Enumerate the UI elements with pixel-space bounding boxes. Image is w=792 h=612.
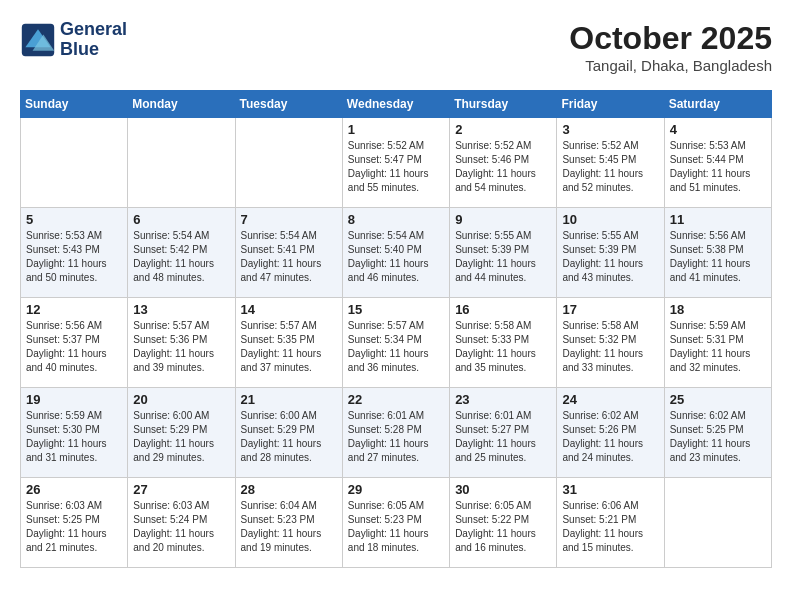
calendar-cell: 12Sunrise: 5:56 AM Sunset: 5:37 PM Dayli… <box>21 298 128 388</box>
day-info: Sunrise: 6:05 AM Sunset: 5:22 PM Dayligh… <box>455 499 551 555</box>
day-number: 28 <box>241 482 337 497</box>
calendar-cell: 21Sunrise: 6:00 AM Sunset: 5:29 PM Dayli… <box>235 388 342 478</box>
day-number: 11 <box>670 212 766 227</box>
day-number: 2 <box>455 122 551 137</box>
weekday-header-monday: Monday <box>128 91 235 118</box>
day-number: 27 <box>133 482 229 497</box>
day-info: Sunrise: 5:53 AM Sunset: 5:43 PM Dayligh… <box>26 229 122 285</box>
day-info: Sunrise: 5:55 AM Sunset: 5:39 PM Dayligh… <box>455 229 551 285</box>
day-number: 21 <box>241 392 337 407</box>
day-number: 31 <box>562 482 658 497</box>
calendar-cell: 30Sunrise: 6:05 AM Sunset: 5:22 PM Dayli… <box>450 478 557 568</box>
calendar: SundayMondayTuesdayWednesdayThursdayFrid… <box>20 90 772 568</box>
day-number: 25 <box>670 392 766 407</box>
week-row-3: 12Sunrise: 5:56 AM Sunset: 5:37 PM Dayli… <box>21 298 772 388</box>
calendar-cell: 25Sunrise: 6:02 AM Sunset: 5:25 PM Dayli… <box>664 388 771 478</box>
day-info: Sunrise: 6:02 AM Sunset: 5:26 PM Dayligh… <box>562 409 658 465</box>
calendar-cell: 31Sunrise: 6:06 AM Sunset: 5:21 PM Dayli… <box>557 478 664 568</box>
week-row-1: 1Sunrise: 5:52 AM Sunset: 5:47 PM Daylig… <box>21 118 772 208</box>
weekday-header-row: SundayMondayTuesdayWednesdayThursdayFrid… <box>21 91 772 118</box>
day-info: Sunrise: 5:53 AM Sunset: 5:44 PM Dayligh… <box>670 139 766 195</box>
calendar-cell: 18Sunrise: 5:59 AM Sunset: 5:31 PM Dayli… <box>664 298 771 388</box>
title-block: October 2025 Tangail, Dhaka, Bangladesh <box>569 20 772 74</box>
day-number: 17 <box>562 302 658 317</box>
day-info: Sunrise: 5:52 AM Sunset: 5:46 PM Dayligh… <box>455 139 551 195</box>
day-number: 18 <box>670 302 766 317</box>
day-info: Sunrise: 6:01 AM Sunset: 5:28 PM Dayligh… <box>348 409 444 465</box>
calendar-cell: 27Sunrise: 6:03 AM Sunset: 5:24 PM Dayli… <box>128 478 235 568</box>
day-number: 29 <box>348 482 444 497</box>
day-number: 6 <box>133 212 229 227</box>
day-info: Sunrise: 6:05 AM Sunset: 5:23 PM Dayligh… <box>348 499 444 555</box>
calendar-cell: 2Sunrise: 5:52 AM Sunset: 5:46 PM Daylig… <box>450 118 557 208</box>
calendar-cell: 10Sunrise: 5:55 AM Sunset: 5:39 PM Dayli… <box>557 208 664 298</box>
calendar-cell: 14Sunrise: 5:57 AM Sunset: 5:35 PM Dayli… <box>235 298 342 388</box>
calendar-cell: 29Sunrise: 6:05 AM Sunset: 5:23 PM Dayli… <box>342 478 449 568</box>
day-number: 8 <box>348 212 444 227</box>
calendar-cell: 13Sunrise: 5:57 AM Sunset: 5:36 PM Dayli… <box>128 298 235 388</box>
logo: General Blue <box>20 20 127 60</box>
calendar-cell: 8Sunrise: 5:54 AM Sunset: 5:40 PM Daylig… <box>342 208 449 298</box>
day-number: 13 <box>133 302 229 317</box>
weekday-header-sunday: Sunday <box>21 91 128 118</box>
calendar-cell: 1Sunrise: 5:52 AM Sunset: 5:47 PM Daylig… <box>342 118 449 208</box>
calendar-cell: 28Sunrise: 6:04 AM Sunset: 5:23 PM Dayli… <box>235 478 342 568</box>
calendar-cell: 15Sunrise: 5:57 AM Sunset: 5:34 PM Dayli… <box>342 298 449 388</box>
calendar-cell <box>664 478 771 568</box>
weekday-header-saturday: Saturday <box>664 91 771 118</box>
day-number: 16 <box>455 302 551 317</box>
calendar-cell: 5Sunrise: 5:53 AM Sunset: 5:43 PM Daylig… <box>21 208 128 298</box>
calendar-cell: 7Sunrise: 5:54 AM Sunset: 5:41 PM Daylig… <box>235 208 342 298</box>
day-info: Sunrise: 5:55 AM Sunset: 5:39 PM Dayligh… <box>562 229 658 285</box>
logo-line2: Blue <box>60 39 99 59</box>
day-info: Sunrise: 5:57 AM Sunset: 5:36 PM Dayligh… <box>133 319 229 375</box>
day-number: 22 <box>348 392 444 407</box>
day-info: Sunrise: 5:54 AM Sunset: 5:41 PM Dayligh… <box>241 229 337 285</box>
calendar-cell: 9Sunrise: 5:55 AM Sunset: 5:39 PM Daylig… <box>450 208 557 298</box>
calendar-cell: 17Sunrise: 5:58 AM Sunset: 5:32 PM Dayli… <box>557 298 664 388</box>
calendar-cell: 11Sunrise: 5:56 AM Sunset: 5:38 PM Dayli… <box>664 208 771 298</box>
day-number: 24 <box>562 392 658 407</box>
weekday-header-friday: Friday <box>557 91 664 118</box>
day-number: 14 <box>241 302 337 317</box>
day-info: Sunrise: 6:04 AM Sunset: 5:23 PM Dayligh… <box>241 499 337 555</box>
day-info: Sunrise: 5:57 AM Sunset: 5:35 PM Dayligh… <box>241 319 337 375</box>
day-info: Sunrise: 6:03 AM Sunset: 5:24 PM Dayligh… <box>133 499 229 555</box>
day-number: 7 <box>241 212 337 227</box>
calendar-cell: 4Sunrise: 5:53 AM Sunset: 5:44 PM Daylig… <box>664 118 771 208</box>
day-info: Sunrise: 5:56 AM Sunset: 5:38 PM Dayligh… <box>670 229 766 285</box>
day-number: 15 <box>348 302 444 317</box>
week-row-4: 19Sunrise: 5:59 AM Sunset: 5:30 PM Dayli… <box>21 388 772 478</box>
logo-line1: General <box>60 19 127 39</box>
day-info: Sunrise: 5:58 AM Sunset: 5:33 PM Dayligh… <box>455 319 551 375</box>
day-number: 20 <box>133 392 229 407</box>
day-number: 4 <box>670 122 766 137</box>
calendar-cell <box>128 118 235 208</box>
day-info: Sunrise: 5:59 AM Sunset: 5:30 PM Dayligh… <box>26 409 122 465</box>
day-info: Sunrise: 6:00 AM Sunset: 5:29 PM Dayligh… <box>241 409 337 465</box>
week-row-2: 5Sunrise: 5:53 AM Sunset: 5:43 PM Daylig… <box>21 208 772 298</box>
weekday-header-thursday: Thursday <box>450 91 557 118</box>
day-number: 5 <box>26 212 122 227</box>
page-header: General Blue October 2025 Tangail, Dhaka… <box>20 20 772 74</box>
month-title: October 2025 <box>569 20 772 57</box>
day-info: Sunrise: 5:58 AM Sunset: 5:32 PM Dayligh… <box>562 319 658 375</box>
logo-icon <box>20 22 56 58</box>
day-info: Sunrise: 5:54 AM Sunset: 5:40 PM Dayligh… <box>348 229 444 285</box>
day-info: Sunrise: 5:57 AM Sunset: 5:34 PM Dayligh… <box>348 319 444 375</box>
day-info: Sunrise: 5:59 AM Sunset: 5:31 PM Dayligh… <box>670 319 766 375</box>
day-number: 9 <box>455 212 551 227</box>
day-info: Sunrise: 5:54 AM Sunset: 5:42 PM Dayligh… <box>133 229 229 285</box>
weekday-header-tuesday: Tuesday <box>235 91 342 118</box>
day-number: 30 <box>455 482 551 497</box>
day-info: Sunrise: 6:02 AM Sunset: 5:25 PM Dayligh… <box>670 409 766 465</box>
day-number: 3 <box>562 122 658 137</box>
calendar-cell <box>235 118 342 208</box>
week-row-5: 26Sunrise: 6:03 AM Sunset: 5:25 PM Dayli… <box>21 478 772 568</box>
calendar-cell: 24Sunrise: 6:02 AM Sunset: 5:26 PM Dayli… <box>557 388 664 478</box>
day-number: 12 <box>26 302 122 317</box>
day-number: 1 <box>348 122 444 137</box>
calendar-cell: 26Sunrise: 6:03 AM Sunset: 5:25 PM Dayli… <box>21 478 128 568</box>
day-info: Sunrise: 6:01 AM Sunset: 5:27 PM Dayligh… <box>455 409 551 465</box>
day-number: 19 <box>26 392 122 407</box>
